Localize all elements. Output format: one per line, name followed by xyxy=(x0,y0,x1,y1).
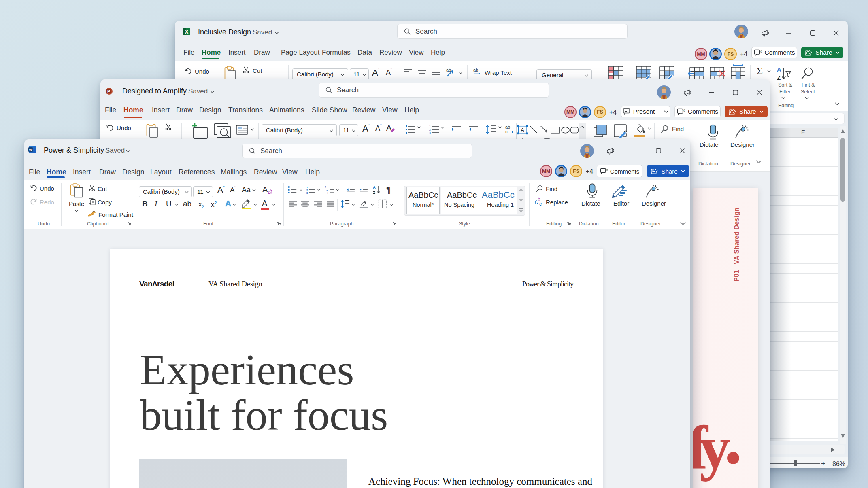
svg-text:A: A xyxy=(373,185,376,189)
svg-text:c: c xyxy=(505,129,508,134)
svg-text:X: X xyxy=(185,29,189,35)
svg-text:W: W xyxy=(29,147,32,152)
svg-text:Z: Z xyxy=(373,190,375,195)
svg-text:1: 1 xyxy=(306,186,308,189)
svg-text:3: 3 xyxy=(429,132,431,134)
svg-text:P: P xyxy=(107,89,110,94)
svg-text:@: @ xyxy=(683,108,685,112)
svg-text:i: i xyxy=(328,191,328,194)
svg-text:@: @ xyxy=(760,49,762,53)
svg-text:ab: ab xyxy=(446,68,451,72)
svg-text:c: c xyxy=(539,201,542,206)
svg-text:@: @ xyxy=(606,168,608,172)
svg-text:A: A xyxy=(777,66,781,73)
svg-text:Z: Z xyxy=(777,74,781,81)
svg-text:A: A xyxy=(521,127,524,133)
svg-text:1: 1 xyxy=(429,125,431,128)
svg-text:2: 2 xyxy=(429,128,431,131)
svg-text:ab: ab xyxy=(473,68,478,72)
svg-text:3: 3 xyxy=(306,191,308,194)
svg-text:1: 1 xyxy=(325,186,327,189)
